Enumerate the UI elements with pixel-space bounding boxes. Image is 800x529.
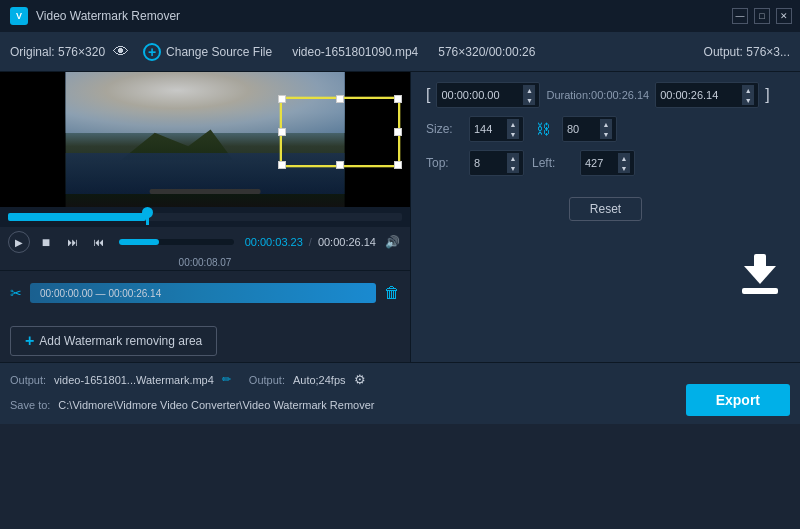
output-file-value: video-1651801...Watermark.mp4: [54, 374, 214, 386]
handle-bottom-right[interactable]: [394, 161, 402, 169]
seekbar-fill: [119, 239, 159, 245]
top-up[interactable]: ▲: [507, 153, 519, 163]
volume-button[interactable]: 🔊: [382, 232, 402, 252]
clip-time-range: 00:00:00.00 — 00:00:26.14: [40, 288, 161, 299]
left-content: ▶ ■ ⏭ ⏮ 00:00:03.23 / 00:00:26.14 🔊 00:0…: [0, 72, 410, 362]
top-input[interactable]: 8 ▲ ▼: [469, 150, 524, 176]
handle-top-left[interactable]: [278, 95, 286, 103]
clip-strip-area: ✂ 00:00:00.00 — 00:00:26.14 🗑: [0, 270, 410, 315]
end-time-up[interactable]: ▲: [742, 85, 754, 95]
delete-clip-button[interactable]: 🗑: [384, 284, 400, 302]
download-arrow-icon: [735, 249, 785, 299]
height-value: 80: [567, 123, 598, 135]
start-time-spinner[interactable]: ▲ ▼: [523, 85, 535, 105]
top-value: 8: [474, 157, 505, 169]
start-time-input[interactable]: 00:00:00.00 ▲ ▼: [436, 82, 540, 108]
watermark-selection-box[interactable]: [280, 97, 400, 167]
close-button[interactable]: ✕: [776, 8, 792, 24]
width-value: 144: [474, 123, 505, 135]
boat-hint: [149, 189, 261, 194]
end-time-input[interactable]: 00:00:26.14 ▲ ▼: [655, 82, 759, 108]
save-label: Save to:: [10, 399, 50, 411]
skip-forward-button[interactable]: ⏭: [62, 232, 82, 252]
svg-rect-2: [754, 254, 766, 272]
clip-end: 00:00:26.14: [108, 288, 161, 299]
handle-mid-right[interactable]: [394, 128, 402, 136]
left-input[interactable]: 427 ▲ ▼: [580, 150, 635, 176]
width-down[interactable]: ▼: [507, 129, 519, 139]
start-time-down[interactable]: ▼: [523, 95, 535, 105]
play-button[interactable]: ▶: [8, 231, 30, 253]
edit-icon[interactable]: ✏: [222, 373, 231, 386]
left-spinner[interactable]: ▲ ▼: [618, 153, 630, 173]
stop-button[interactable]: ■: [36, 232, 56, 252]
svg-rect-0: [742, 288, 778, 294]
left-value: 427: [585, 157, 616, 169]
clip-icon: ✂: [10, 285, 22, 301]
position-row: Top: 8 ▲ ▼ Left: 427 ▲ ▼: [426, 150, 785, 176]
gear-icon[interactable]: ⚙: [354, 372, 366, 387]
total-time: 00:00:26.14: [318, 236, 376, 248]
handle-mid-left[interactable]: [278, 128, 286, 136]
duration-label: Duration:00:00:26.14: [546, 89, 649, 101]
output-format-label: Output:: [249, 374, 285, 386]
left-up[interactable]: ▲: [618, 153, 630, 163]
eye-icon[interactable]: 👁: [113, 43, 129, 61]
width-input[interactable]: 144 ▲ ▼: [469, 116, 524, 142]
timeline-progress: [8, 213, 146, 221]
width-up[interactable]: ▲: [507, 119, 519, 129]
timeline-track[interactable]: [8, 213, 402, 221]
minimize-button[interactable]: —: [732, 8, 748, 24]
height-up[interactable]: ▲: [600, 119, 612, 129]
marker-time-label: 00:00:08.07: [179, 257, 232, 268]
save-path-value: C:\Vidmore\Vidmore Video Converter\Video…: [58, 399, 374, 411]
original-label: Original: 576×320: [10, 45, 105, 59]
top-spinner[interactable]: ▲ ▼: [507, 153, 519, 173]
bracket-close: ]: [765, 86, 769, 104]
time-separator: /: [309, 236, 312, 248]
maximize-button[interactable]: □: [754, 8, 770, 24]
output-label: Output: 576×3...: [704, 45, 790, 59]
reset-button[interactable]: Reset: [569, 197, 642, 221]
height-spinner[interactable]: ▲ ▼: [600, 119, 612, 139]
file-info: 576×320/00:00:26: [438, 45, 535, 59]
end-time-down[interactable]: ▼: [742, 95, 754, 105]
clip-strip[interactable]: 00:00:00.00 — 00:00:26.14: [30, 283, 376, 303]
add-watermark-plus-icon: +: [25, 332, 34, 350]
end-time-spinner[interactable]: ▲ ▼: [742, 85, 754, 105]
video-frame: [0, 72, 410, 207]
add-watermark-label: Add Watermark removing area: [39, 334, 202, 348]
change-source-button[interactable]: + Change Source File: [143, 43, 272, 61]
output-label: Output:: [10, 374, 46, 386]
plus-circle-icon: +: [143, 43, 161, 61]
chain-link-icon: ⛓: [536, 121, 550, 137]
video-preview: [0, 72, 410, 207]
top-down[interactable]: ▼: [507, 163, 519, 173]
seekbar[interactable]: [119, 239, 234, 245]
width-spinner[interactable]: ▲ ▼: [507, 119, 519, 139]
top-label: Top:: [426, 156, 461, 170]
end-time-value: 00:00:26.14: [660, 89, 740, 101]
handle-bottom-left[interactable]: [278, 161, 286, 169]
height-down[interactable]: ▼: [600, 129, 612, 139]
height-input[interactable]: 80 ▲ ▼: [562, 116, 617, 142]
bottom-bar: Output: video-1651801...Watermark.mp4 ✏ …: [0, 362, 800, 424]
add-watermark-area: + Add Watermark removing area: [0, 315, 410, 362]
left-down[interactable]: ▼: [618, 163, 630, 173]
title-bar: V Video Watermark Remover — □ ✕: [0, 0, 800, 32]
change-source-label: Change Source File: [166, 45, 272, 59]
size-row: Size: 144 ▲ ▼ ⛓ 80 ▲ ▼: [426, 116, 785, 142]
skip-back-button[interactable]: ⏮: [88, 232, 108, 252]
handle-top-right[interactable]: [394, 95, 402, 103]
export-button[interactable]: Export: [686, 384, 790, 416]
top-toolbar: Original: 576×320 👁 + Change Source File…: [0, 32, 800, 72]
handle-bottom-mid[interactable]: [336, 161, 344, 169]
timeline-thumb: [146, 209, 149, 225]
timeline-bar[interactable]: [0, 207, 410, 227]
output-format-value: Auto;24fps: [293, 374, 346, 386]
add-watermark-button[interactable]: + Add Watermark removing area: [10, 326, 217, 356]
start-time-up[interactable]: ▲: [523, 85, 535, 95]
current-time: 00:00:03.23: [245, 236, 303, 248]
start-time-value: 00:00:00.00: [441, 89, 521, 101]
handle-top-mid[interactable]: [336, 95, 344, 103]
